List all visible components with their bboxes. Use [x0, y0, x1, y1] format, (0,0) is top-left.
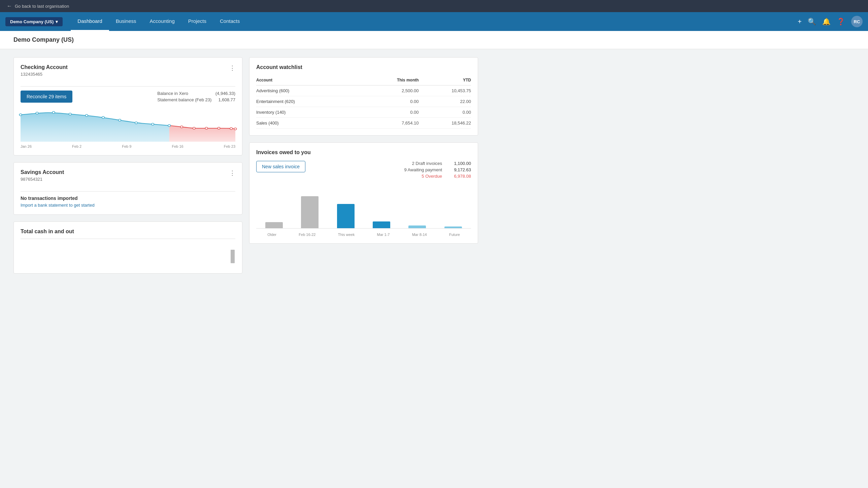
- nav-links: Dashboard Business Accounting Projects C…: [71, 12, 798, 31]
- bar-label-feb16: Feb 16-22: [299, 233, 315, 237]
- chart-dot-negative: [234, 128, 236, 130]
- bar-older: [265, 222, 283, 228]
- no-transactions-section: No transactions imported Import a bank s…: [21, 196, 235, 208]
- chart-dot: [102, 117, 104, 119]
- table-row: Advertising (600) 2,500.00 10,453.75: [256, 86, 471, 96]
- bar-label-mar1: Mar 1-7: [377, 233, 390, 237]
- table-row: Inventory (140) 0.00 0.00: [256, 107, 471, 118]
- checking-account-header: Checking Account 132435465 ⋮: [21, 64, 235, 82]
- avatar[interactable]: RC: [851, 16, 863, 27]
- invoices-top: New sales invoice 2 Draft invoices 1,100…: [256, 161, 471, 180]
- main-content: Checking Account 132435465 ⋮ Reconcile 2…: [0, 49, 492, 282]
- reconcile-button[interactable]: Reconcile 29 items: [21, 91, 72, 103]
- back-label[interactable]: Go back to last organisation: [15, 4, 69, 9]
- company-selector[interactable]: Demo Company (US) ▾: [5, 17, 63, 26]
- awaiting-row: 9 Awaiting payment 9,172.63: [404, 167, 471, 172]
- draft-row: 2 Draft invoices 1,100.00: [404, 161, 471, 166]
- watchlist-ytd-3: 18,546.22: [419, 118, 471, 129]
- total-cash-title: Total cash in and out: [21, 229, 235, 235]
- checking-account-menu[interactable]: ⋮: [229, 64, 235, 72]
- watchlist-thismonth-3: 7,654.10: [360, 118, 419, 129]
- chart-dot: [119, 119, 121, 121]
- top-bar: ← Go back to last organisation: [0, 0, 868, 12]
- overdue-row: 5 Overdue 6,978.08: [404, 174, 471, 179]
- chart-dot: [19, 114, 22, 116]
- nav-business[interactable]: Business: [109, 12, 143, 31]
- divider: [21, 239, 235, 239]
- chart-label-feb23: Feb 23: [224, 144, 235, 149]
- bar-label-older: Older: [267, 233, 276, 237]
- invoice-stats: 2 Draft invoices 1,100.00 9 Awaiting pay…: [404, 161, 471, 180]
- savings-account-title: Savings Account: [21, 169, 64, 175]
- bar-feb16: [301, 196, 318, 228]
- svg-rect-0: [230, 250, 235, 263]
- chart-label-jan26: Jan 26: [21, 144, 32, 149]
- bar-label-thisweek: This week: [338, 233, 355, 237]
- add-button[interactable]: +: [798, 18, 802, 26]
- nav-projects[interactable]: Projects: [182, 12, 213, 31]
- table-row: Sales (400) 7,654.10 18,546.22: [256, 118, 471, 129]
- total-cash-bar-preview: [230, 243, 235, 263]
- chart-label-feb16: Feb 16: [172, 144, 183, 149]
- bar-future: [444, 227, 462, 228]
- savings-account-card: Savings Account 987654321 ⋮ No transacti…: [13, 162, 242, 215]
- nav-dashboard[interactable]: Dashboard: [71, 12, 109, 31]
- nav-actions: + 🔍 🔔 ❓ RC: [798, 16, 863, 27]
- bar-label-mar8: Mar 8-14: [412, 233, 427, 237]
- page-title: Demo Company (US): [13, 36, 855, 43]
- watchlist-ytd-2: 0.00: [419, 107, 471, 118]
- chart-dot-negative: [181, 126, 183, 128]
- checking-account-card: Checking Account 132435465 ⋮ Reconcile 2…: [13, 57, 242, 156]
- bar-group-feb16: [292, 196, 328, 228]
- chart-dot: [52, 111, 55, 113]
- invoices-owed-card: Invoices owed to you New sales invoice 2…: [249, 142, 478, 244]
- col-account: Account: [256, 76, 360, 86]
- watchlist-ytd-1: 22.00: [419, 96, 471, 107]
- invoice-bar-chart-container: Older Feb 16-22 This week Mar 1-7 Mar 8-…: [256, 186, 471, 237]
- invoice-bar-chart: [256, 188, 471, 229]
- total-cash-card: Total cash in and out: [13, 222, 242, 273]
- sparkline-svg: [21, 108, 235, 142]
- nav-contacts[interactable]: Contacts: [213, 12, 246, 31]
- watchlist-title: Account watchlist: [256, 64, 471, 70]
- divider: [21, 191, 235, 192]
- checking-account-number: 132435465: [21, 72, 68, 77]
- sparkline-chart: [21, 108, 235, 142]
- awaiting-value: 9,172.63: [447, 167, 471, 172]
- bar-mar8: [408, 226, 426, 228]
- watchlist-thismonth-2: 0.00: [360, 107, 419, 118]
- import-bank-statement-link[interactable]: Import a bank statement to get started: [21, 203, 95, 208]
- statement-balance-label: Statement balance (Feb 23): [157, 97, 212, 102]
- watchlist-body: Advertising (600) 2,500.00 10,453.75 Ent…: [256, 86, 471, 129]
- divider: [21, 86, 235, 87]
- balance-xero-row: Balance in Xero (4,946.33): [157, 91, 235, 96]
- chart-dot-negative: [230, 128, 232, 130]
- nav-accounting[interactable]: Accounting: [143, 12, 182, 31]
- chart-dot-negative: [217, 127, 220, 129]
- col-this-month: This month: [360, 76, 419, 86]
- bar-mar1: [373, 222, 390, 228]
- chart-dot: [86, 115, 88, 117]
- chart-dot: [152, 123, 154, 125]
- notifications-button[interactable]: 🔔: [822, 18, 831, 26]
- savings-account-menu[interactable]: ⋮: [229, 169, 235, 177]
- bar-group-thisweek: [328, 204, 364, 228]
- watchlist-thismonth-0: 2,500.00: [360, 86, 419, 96]
- draft-value: 1,100.00: [447, 161, 471, 166]
- chart-dot: [168, 125, 170, 127]
- chart-dot: [36, 112, 38, 114]
- navigation: Demo Company (US) ▾ Dashboard Business A…: [0, 12, 868, 31]
- invoices-title: Invoices owed to you: [256, 150, 471, 156]
- bar-group-older: [256, 222, 292, 228]
- search-button[interactable]: 🔍: [808, 18, 816, 26]
- left-column: Checking Account 132435465 ⋮ Reconcile 2…: [13, 57, 242, 273]
- statement-balance-value: 1,608.77: [218, 97, 235, 102]
- new-invoice-button[interactable]: New sales invoice: [256, 161, 305, 172]
- awaiting-label: 9 Awaiting payment: [404, 167, 442, 172]
- checking-account-title: Checking Account: [21, 64, 68, 70]
- bar-labels-row: Older Feb 16-22 This week Mar 1-7 Mar 8-…: [256, 231, 471, 237]
- chart-dot-negative: [205, 127, 208, 129]
- help-button[interactable]: ❓: [837, 18, 845, 26]
- watchlist-account-3: Sales (400): [256, 118, 360, 129]
- bar-group-mar8: [399, 226, 435, 228]
